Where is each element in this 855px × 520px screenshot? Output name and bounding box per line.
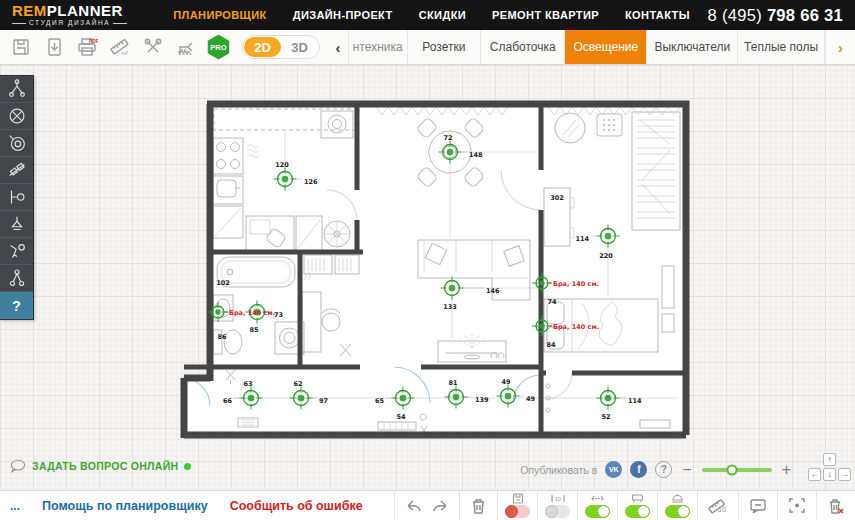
floor-lamp-icon (6, 240, 28, 262)
facebook-share-button[interactable]: f (630, 461, 647, 478)
zoom-slider[interactable] (702, 468, 772, 472)
nav-design-project[interactable]: ДИЗАЙН-ПРОЕКТ (293, 9, 393, 21)
measure-area-button[interactable]: m² (107, 34, 133, 60)
pan-down-button[interactable]: ↓ (823, 468, 836, 481)
demolition-icon (175, 37, 197, 57)
pan-left-button[interactable]: ← (808, 468, 821, 481)
autosave-toggle[interactable] (498, 493, 537, 518)
dimension-label: 139 (475, 396, 489, 404)
export-button[interactable] (41, 34, 67, 60)
center-view-button[interactable] (788, 497, 806, 514)
plan-canvas[interactable]: 1201267214814613373851142206366629765548… (0, 65, 855, 490)
focus-icon (788, 497, 806, 514)
dimension-label: 54 (396, 413, 406, 421)
publish-zoom-bar: Опубликовать в VK f ? − + (520, 461, 793, 478)
pan-right-button[interactable]: → (838, 468, 851, 481)
view-3d-button[interactable]: 3D (281, 37, 318, 57)
dimension-label: 73 (274, 311, 283, 319)
bottom-toolbar: ... Помощь по планировщику Сообщить об о… (0, 490, 855, 520)
pro-badge[interactable]: PRO (206, 35, 231, 60)
dimension-label: 97 (319, 397, 328, 405)
view-2d-button[interactable]: 2D (244, 37, 281, 57)
lighting-layer-toggle[interactable] (658, 493, 697, 518)
print-pdf-button[interactable]: PDF (74, 34, 100, 60)
nav-renovation[interactable]: РЕМОНТ КВАРТИР (492, 9, 599, 21)
more-links-button[interactable]: ... (10, 499, 20, 513)
tool-ceiling-light[interactable] (0, 76, 33, 103)
tab-heated-floors[interactable]: Теплые полы (738, 30, 825, 64)
furniture-icon (631, 493, 644, 504)
tab-low-voltage[interactable]: Слаботочка (481, 30, 565, 64)
tab-sockets[interactable]: Розетки (408, 30, 482, 64)
zoom-in-button[interactable]: + (780, 462, 793, 478)
dimension-label: 49 (526, 395, 536, 403)
svg-text:m²: m² (121, 50, 128, 56)
nav-contacts[interactable]: КОНТАКТЫ (625, 9, 690, 21)
comments-button[interactable] (749, 498, 767, 514)
ceiling-light-icon (6, 78, 28, 100)
save-icon (11, 37, 31, 57)
tab-switches[interactable]: Выключатели (647, 30, 738, 64)
svg-text:10: 10 (718, 506, 726, 513)
zoom-slider-knob[interactable] (726, 464, 737, 475)
light-group-icon (6, 267, 28, 289)
dimensions-toggle[interactable]: 10 (538, 493, 577, 518)
dimension-label: 49 (501, 378, 511, 386)
tool-light-group[interactable] (0, 265, 33, 292)
sconce-label: Бра, 140 см. (553, 280, 599, 288)
pan-controls: ↑ ← ↓ → (808, 453, 851, 481)
tool-track-light[interactable] (0, 157, 33, 184)
move-mode-toggle[interactable] (578, 493, 617, 518)
redo-button[interactable] (431, 498, 449, 514)
save-button[interactable] (8, 34, 34, 60)
vk-share-button[interactable]: VK (605, 461, 622, 478)
tool-pendant-light[interactable] (0, 211, 33, 238)
demolition-button[interactable] (173, 34, 199, 60)
tab-plumbing-partial[interactable]: нтехника (349, 30, 408, 64)
tab-lighting[interactable]: Освещение (565, 30, 647, 64)
zoom-out-button[interactable]: − (680, 462, 693, 478)
track-light-icon (6, 159, 28, 181)
dimension-label: 102 (216, 279, 230, 287)
planner-help-link[interactable]: Помощь по планировщику (42, 499, 208, 513)
undo-button[interactable] (405, 498, 423, 514)
lamp-icon (671, 493, 684, 504)
floor-plan[interactable]: 1201267214814613373851142206366629765548… (180, 90, 690, 442)
ruler-scale-button[interactable]: 10 (708, 497, 728, 515)
publish-label: Опубликовать в (520, 464, 597, 476)
dimension-label: 220 (599, 252, 613, 260)
share-help-button[interactable]: ? (655, 461, 672, 478)
pan-up-button[interactable]: ↑ (823, 453, 836, 466)
dimension-label: 114 (628, 397, 642, 405)
dimension-label: 120 (275, 161, 289, 169)
report-error-link[interactable]: Сообщить об ошибке (230, 499, 363, 513)
tool-spotlight[interactable] (0, 130, 33, 157)
tabs-scroll-left[interactable]: ‹ (328, 30, 348, 64)
phone-number: 8 (495) 798 66 31 (708, 6, 843, 25)
help-button[interactable]: ? (0, 292, 33, 319)
nav-discounts[interactable]: СКИДКИ (419, 9, 466, 21)
logo-subtitle: СТУДИЯ ДИЗАЙНА (12, 20, 127, 27)
dimension-label: 114 (575, 235, 589, 243)
dimension-label: 52 (601, 413, 610, 421)
dimension-label: 63 (243, 380, 252, 388)
nav-planner[interactable]: ПЛАНИРОВЩИК (173, 9, 266, 21)
tools-button[interactable] (140, 34, 166, 60)
tabs-scroll-right[interactable]: › (825, 30, 855, 64)
online-chat-link[interactable]: ЗАДАТЬ ВОПРОС ОНЛАЙН (10, 459, 191, 473)
move-icon (591, 493, 604, 504)
tools-icon (143, 37, 163, 57)
logo-title: REMPLANNER (12, 3, 127, 18)
dimension-label: 133 (443, 303, 457, 311)
dimension-label: 126 (304, 178, 318, 186)
tool-point-light[interactable] (0, 103, 33, 130)
furniture-layer-toggle[interactable] (618, 493, 657, 518)
dimension-label: 66 (223, 397, 233, 405)
delete-button[interactable] (470, 497, 487, 515)
tool-floor-lamp[interactable] (0, 238, 33, 265)
logo[interactable]: REMPLANNER СТУДИЯ ДИЗАЙНА (12, 3, 127, 27)
tool-wall-sconce[interactable] (0, 184, 33, 211)
dimension-label: 302 (550, 194, 564, 202)
clear-all-button[interactable] (827, 497, 845, 515)
print-pdf-icon: PDF (76, 37, 98, 57)
